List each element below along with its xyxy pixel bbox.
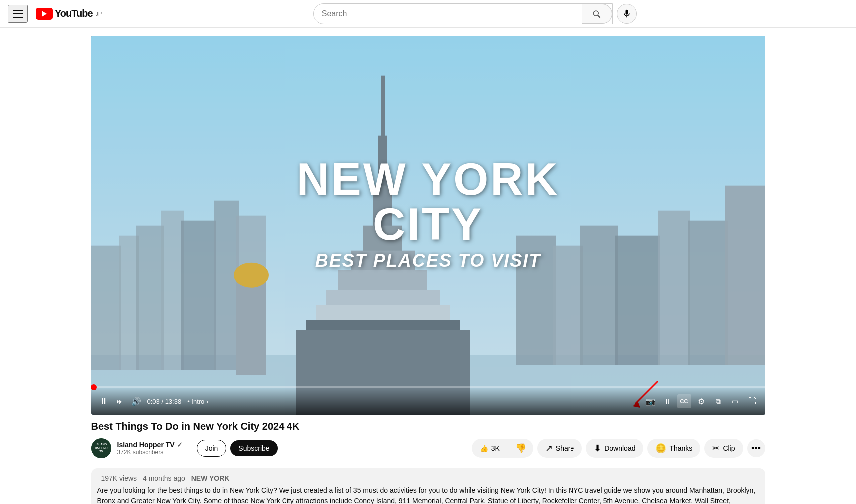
volume-button[interactable]: 🔊	[129, 395, 143, 408]
like-dislike-group: 👍 3K 👎	[472, 439, 533, 458]
description-text: Are you looking for the best things to d…	[97, 485, 759, 504]
mic-button[interactable]	[617, 4, 637, 24]
nyc-title: NEW YORK CITY	[260, 157, 596, 247]
search-icon	[592, 9, 602, 19]
like-button[interactable]: 👍 3K	[472, 439, 508, 458]
video-location: NEW YORK	[191, 474, 230, 482]
download-button[interactable]: ⬇ Download	[586, 439, 643, 458]
channel-actions: Join Subscribe	[197, 440, 278, 457]
view-count: 197K views	[101, 474, 137, 482]
screenshot-button[interactable]: 📷	[643, 394, 657, 408]
menu-button[interactable]	[8, 5, 28, 23]
share-label: Share	[556, 444, 574, 452]
thanks-label: Thanks	[669, 444, 692, 452]
logo-locale: JP	[96, 11, 102, 17]
theater-button[interactable]: ▭	[728, 394, 742, 408]
download-icon: ⬇	[594, 443, 601, 454]
like-count: 3K	[491, 444, 500, 452]
share-button[interactable]: ↗ Share	[537, 439, 582, 458]
like-icon: 👍	[480, 444, 488, 452]
logo-text: YouTube	[55, 8, 93, 19]
svg-text:TV: TV	[99, 450, 103, 453]
download-label: Download	[604, 444, 635, 452]
video-info: Best Things To Do in New York City 2024 …	[91, 415, 765, 462]
chapters-button[interactable]: ⏸	[660, 394, 674, 408]
intro-badge: • Intro ›	[187, 398, 208, 405]
description-body: Are you looking for the best things to d…	[97, 486, 756, 504]
subscribe-button[interactable]: Subscribe	[230, 440, 277, 456]
youtube-logo-icon	[36, 8, 53, 20]
video-title: Best Things To Do in New York City 2024 …	[91, 421, 765, 432]
verified-icon: ✓	[177, 441, 183, 449]
channel-name: Island Hopper TV ✓	[117, 441, 183, 449]
join-button[interactable]: Join	[197, 440, 227, 457]
nyc-subtitle: BEST PLACES TO VISIT	[260, 251, 596, 271]
share-icon: ↗	[545, 443, 553, 454]
avatar-image: ISLAND HOPPER TV	[91, 438, 111, 458]
next-button[interactable]: ⏭	[114, 395, 125, 407]
channel-avatar[interactable]: ISLAND HOPPER TV	[91, 438, 111, 458]
miniplayer-button[interactable]: ⧉	[711, 394, 725, 408]
clip-label: Clip	[723, 444, 735, 452]
youtube-logo[interactable]: YouTubeJP	[36, 8, 102, 20]
channel-info: Island Hopper TV ✓ 372K subscribers	[117, 441, 183, 456]
video-player[interactable]: NEW YORK CITY BEST PLACES TO VISIT ⏸ ⏭	[91, 36, 765, 415]
more-icon: •••	[751, 443, 761, 454]
dislike-button[interactable]: 👎	[508, 439, 533, 458]
header-center	[102, 3, 848, 24]
channel-subs: 372K subscribers	[117, 449, 183, 456]
clip-icon: ✂	[712, 443, 720, 454]
channel-name-text: Island Hopper TV	[117, 441, 175, 449]
time-display: 0:03 / 13:38	[147, 398, 182, 405]
clip-button[interactable]: ✂ Clip	[704, 439, 743, 458]
play-pause-button[interactable]: ⏸	[97, 394, 110, 409]
header-left: YouTubeJP	[8, 5, 102, 23]
captions-button[interactable]: CC	[677, 394, 691, 408]
thanks-icon: 🪙	[655, 443, 666, 454]
action-buttons: 👍 3K 👎 ↗ Share ⬇ Download 🪙	[472, 439, 765, 458]
search-input[interactable]	[314, 5, 582, 22]
settings-button[interactable]: ⚙	[694, 394, 708, 408]
channel-row: ISLAND HOPPER TV Island Hopper TV ✓ 372K…	[91, 438, 765, 458]
fullscreen-button[interactable]: ⛶	[745, 394, 759, 408]
description-area: 197K views 4 months ago NEW YORK Are you…	[91, 468, 765, 504]
ctrl-right: 📷 ⏸ CC ⚙ ⧉ ▭ ⛶	[643, 394, 759, 408]
description-meta: 197K views 4 months ago NEW YORK	[97, 474, 759, 482]
svg-text:HOPPER: HOPPER	[95, 446, 108, 449]
video-title-overlay: NEW YORK CITY BEST PLACES TO VISIT	[260, 157, 596, 271]
mic-icon	[622, 9, 632, 19]
search-bar	[313, 3, 613, 24]
main-content: NEW YORK CITY BEST PLACES TO VISIT ⏸ ⏭	[0, 0, 856, 504]
thanks-button[interactable]: 🪙 Thanks	[647, 439, 700, 458]
video-controls: ⏸ ⏭ 🔊 0:03 / 13:38 • Intro › 📷 ⏸ CC ⚙ ⧉ …	[91, 388, 765, 415]
search-button[interactable]	[582, 4, 612, 24]
more-options-button[interactable]: •••	[747, 439, 765, 457]
content-area: NEW YORK CITY BEST PLACES TO VISIT ⏸ ⏭	[91, 28, 765, 504]
svg-text:ISLAND: ISLAND	[95, 443, 107, 446]
header: YouTubeJP	[0, 0, 856, 28]
time-ago: 4 months ago	[143, 474, 185, 482]
